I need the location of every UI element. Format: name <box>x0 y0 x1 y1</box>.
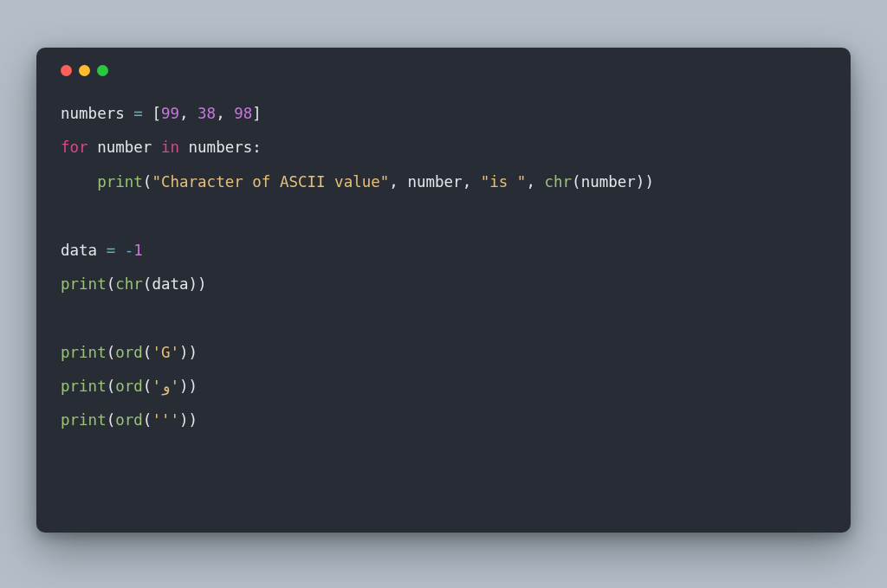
builtin-ord: ord <box>115 411 143 429</box>
bracket: ] <box>252 105 262 122</box>
string-literal: "is " <box>481 173 527 191</box>
code-line-1: numbers = [99, 38, 98] <box>61 105 262 122</box>
builtin-ord: ord <box>115 344 143 361</box>
builtin-chr: chr <box>544 173 572 191</box>
paren: ) <box>636 173 645 191</box>
paren: ) <box>644 173 654 191</box>
paren: ) <box>189 344 198 361</box>
paren: ( <box>143 411 152 429</box>
builtin-chr: chr <box>115 275 143 293</box>
paren: ( <box>107 275 116 293</box>
comma: , <box>179 105 197 122</box>
keyword-for: for <box>61 139 97 156</box>
string-literal: 'G' <box>152 344 179 361</box>
paren: ) <box>179 411 189 429</box>
paren: ( <box>143 344 152 361</box>
operator: - <box>125 242 134 259</box>
paren: ( <box>143 378 152 395</box>
code-line-5: print(chr(data)) <box>61 275 207 293</box>
zoom-icon[interactable] <box>97 65 108 76</box>
builtin-print: print <box>97 173 143 191</box>
identifier: numbers <box>61 105 125 122</box>
code-line-3: print("Character of ASCII value", number… <box>61 173 654 191</box>
comma: , <box>216 105 234 122</box>
builtin-ord: ord <box>115 378 143 395</box>
string-literal: 'و' <box>152 378 179 395</box>
indent <box>61 173 97 191</box>
code-line-8: print(ord(''')) <box>61 411 197 429</box>
paren: ( <box>143 275 152 293</box>
string-literal: "Character of ASCII value" <box>152 173 389 191</box>
identifier: number <box>97 139 161 156</box>
identifier: data <box>152 275 188 293</box>
code-line-7: print(ord('و')) <box>61 378 197 395</box>
paren: ( <box>107 378 116 395</box>
operator: = <box>97 242 125 259</box>
comma: , <box>463 173 481 191</box>
builtin-print: print <box>61 411 107 429</box>
window-controls <box>61 65 826 76</box>
builtin-print: print <box>61 275 107 293</box>
builtin-print: print <box>61 378 107 395</box>
string-literal: ''' <box>152 411 179 429</box>
number-literal: 38 <box>197 105 216 122</box>
identifier: number <box>407 173 462 191</box>
builtin-print: print <box>61 344 107 361</box>
comma: , <box>389 173 407 191</box>
identifier: numbers <box>189 139 253 156</box>
identifier: number <box>581 173 636 191</box>
minimize-icon[interactable] <box>79 65 90 76</box>
paren: ( <box>107 344 116 361</box>
paren: ) <box>197 275 207 293</box>
paren: ) <box>179 344 189 361</box>
paren: ) <box>179 378 189 395</box>
close-icon[interactable] <box>61 65 72 76</box>
colon: : <box>252 139 262 156</box>
number-literal: 1 <box>133 242 143 259</box>
code-block: numbers = [99, 38, 98] for number in num… <box>61 97 826 438</box>
number-literal: 99 <box>161 105 179 122</box>
identifier: data <box>61 242 97 259</box>
keyword-in: in <box>161 139 189 156</box>
paren: ( <box>143 173 152 191</box>
code-line-4: data = -1 <box>61 242 143 259</box>
paren: ) <box>189 378 198 395</box>
paren: ( <box>107 411 116 429</box>
bracket: [ <box>152 105 161 122</box>
number-literal: 98 <box>234 105 252 122</box>
paren: ( <box>572 173 581 191</box>
code-window: numbers = [99, 38, 98] for number in num… <box>36 48 851 533</box>
comma: , <box>526 173 544 191</box>
code-line-6: print(ord('G')) <box>61 344 197 361</box>
code-line-2: for number in numbers: <box>61 139 262 156</box>
operator: = <box>125 105 152 122</box>
paren: ) <box>189 411 198 429</box>
paren: ) <box>189 275 198 293</box>
